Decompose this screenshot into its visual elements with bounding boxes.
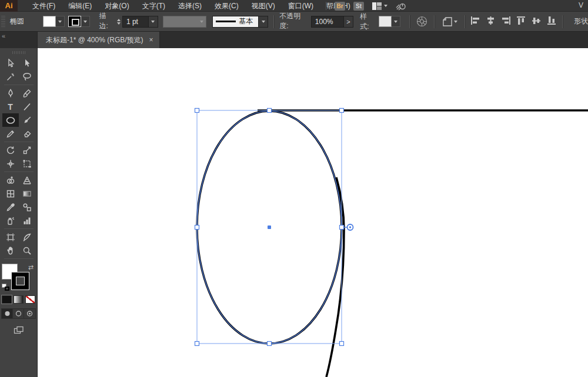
tool-free-transform[interactable] (19, 157, 35, 170)
tool-eraser[interactable] (19, 127, 35, 140)
handle-bottom-right[interactable] (340, 342, 344, 346)
stroke-swatch[interactable] (68, 16, 81, 27)
shape-panel-label[interactable]: 形状 (574, 16, 588, 26)
collapse-panel-button[interactable]: « (2, 32, 5, 39)
transform-options-button[interactable] (440, 15, 459, 29)
brush-definition-field[interactable]: 基本 (212, 16, 259, 28)
tool-gradient[interactable] (19, 187, 35, 200)
default-fill-stroke-icon[interactable] (2, 284, 9, 291)
tool-type[interactable]: T (2, 100, 19, 113)
tool-scale[interactable] (19, 143, 35, 157)
handle-mid-left[interactable] (195, 225, 199, 230)
screen-mode-button[interactable] (14, 326, 24, 337)
tool-lasso[interactable] (19, 70, 35, 83)
direct-selection-tool-icon (22, 59, 32, 68)
stroke-color-control[interactable] (68, 16, 90, 27)
tool-magic-wand[interactable] (2, 70, 19, 83)
tool-group-divider (4, 85, 34, 85)
step-down-icon[interactable] (117, 22, 121, 25)
draw-inside-button[interactable] (24, 309, 35, 318)
none-button[interactable] (25, 295, 35, 304)
handle-top-right[interactable] (340, 109, 344, 113)
menu-object[interactable]: 对象(O) (98, 0, 135, 12)
draw-behind-button[interactable] (13, 309, 24, 318)
panel-grip[interactable] (1, 16, 5, 27)
tool-curvature[interactable] (19, 86, 35, 100)
tool-pen[interactable] (2, 86, 19, 100)
handle-bottom-left[interactable] (195, 342, 199, 346)
draw-normal-button[interactable] (2, 309, 13, 318)
tool-line-segment[interactable] (19, 100, 35, 113)
tool-hand[interactable] (2, 244, 19, 257)
swap-fill-stroke-icon[interactable]: ⇄ (28, 264, 34, 271)
tool-zoom[interactable] (19, 244, 35, 257)
align-right-button[interactable] (501, 16, 511, 27)
canvas[interactable] (38, 48, 588, 377)
menu-effect[interactable]: 效果(C) (208, 0, 245, 12)
tool-direct-selection[interactable] (19, 56, 35, 70)
opacity-more-button[interactable]: > (344, 16, 353, 28)
stroke-color-box[interactable] (12, 272, 29, 290)
tool-width[interactable] (2, 157, 19, 170)
workspace-switcher[interactable] (372, 2, 387, 10)
tool-ellipse[interactable] (2, 113, 19, 127)
mesh-tool-icon (6, 189, 15, 198)
align-bottom-button[interactable] (547, 16, 557, 27)
align-top-button[interactable] (516, 16, 526, 27)
align-v-center-button[interactable] (532, 16, 542, 27)
tool-perspective-grid[interactable] (19, 173, 35, 187)
tool-paintbrush[interactable] (19, 113, 35, 127)
column-graph-tool-icon (22, 216, 32, 225)
gpu-performance-icon[interactable] (396, 2, 406, 11)
tool-selection[interactable] (2, 56, 19, 70)
opacity-value[interactable]: 100% (311, 16, 344, 28)
tool-rotate[interactable] (2, 143, 19, 157)
menu-type[interactable]: 文字(T) (136, 0, 172, 12)
fill-stroke-widget[interactable]: ⇄ (2, 264, 34, 291)
tool-column-graph[interactable] (19, 214, 35, 227)
color-button[interactable] (2, 295, 12, 304)
handle-top-center[interactable] (268, 109, 272, 113)
tool-slice[interactable] (19, 230, 35, 244)
handle-mid-right[interactable] (340, 225, 344, 230)
chevron-down-icon (262, 21, 265, 23)
menu-window[interactable]: 窗口(W) (282, 0, 320, 12)
tool-blend[interactable] (19, 200, 35, 214)
graphic-style-control[interactable] (379, 16, 400, 27)
object-center-point[interactable] (268, 225, 271, 229)
menu-edit[interactable]: 编辑(E) (62, 0, 98, 12)
align-h-center-button[interactable] (486, 16, 496, 27)
rotate-tool-icon (6, 146, 15, 155)
close-tab-icon[interactable]: × (149, 36, 153, 44)
tool-group-divider (4, 142, 34, 142)
recolor-artwork-button[interactable] (415, 15, 429, 29)
tool-mesh[interactable] (2, 187, 19, 200)
fill-swatch[interactable] (43, 16, 56, 27)
handle-bottom-center[interactable] (268, 342, 272, 346)
tool-eyedropper[interactable] (2, 200, 19, 214)
stroke-weight-label[interactable]: 描边: (99, 12, 115, 32)
stroke-weight-stepper[interactable] (117, 19, 121, 25)
tool-shape-builder[interactable] (2, 173, 19, 187)
style-swatch[interactable] (379, 16, 392, 27)
step-up-icon[interactable] (117, 19, 121, 21)
tool-artboard[interactable] (2, 230, 19, 244)
fill-color-control[interactable] (43, 16, 65, 27)
menu-view[interactable]: 视图(V) (245, 0, 282, 12)
panel-grip[interactable] (12, 51, 25, 54)
bridge-button[interactable]: Br (335, 2, 345, 11)
opacity-label[interactable]: 不透明度: (279, 12, 308, 32)
menu-select[interactable]: 选择(S) (172, 0, 208, 12)
artwork-layer[interactable] (38, 48, 588, 377)
stroke-weight-dropdown[interactable] (149, 16, 158, 28)
brush-definition-dropdown[interactable] (259, 16, 268, 28)
menu-file[interactable]: 文件(F) (26, 0, 62, 12)
stroke-weight-value[interactable]: 1 pt (122, 16, 149, 28)
stock-button[interactable]: St (353, 2, 364, 11)
align-left-button[interactable] (470, 16, 480, 27)
tool-pencil[interactable] (2, 127, 19, 140)
document-tab[interactable]: 未标题-1* @ 400% (RGB/预览) × (38, 32, 160, 48)
gradient-button[interactable] (14, 295, 24, 304)
tool-symbol-sprayer[interactable] (2, 214, 19, 227)
handle-top-left[interactable] (195, 109, 199, 113)
